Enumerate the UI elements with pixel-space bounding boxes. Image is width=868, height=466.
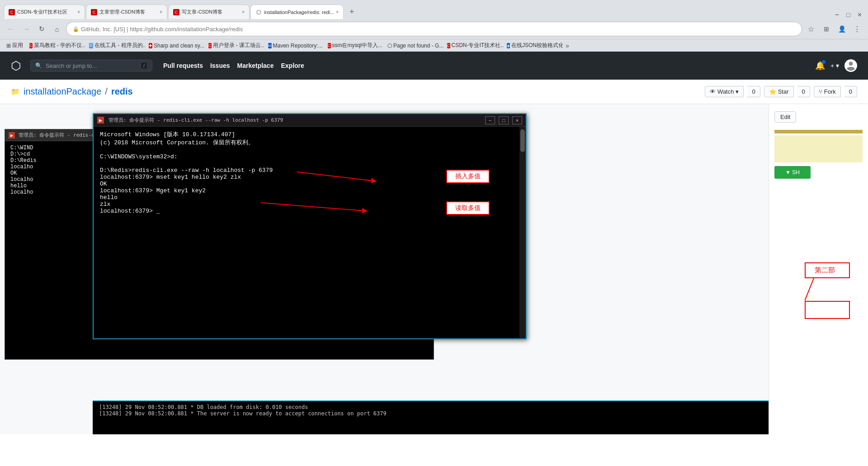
terminal-front-content: Microsoft Windows [版本 10.0.17134.407] (c… <box>94 127 526 338</box>
tab4-favicon: ⬡ <box>255 9 262 15</box>
bookmark-2[interactable]: 在在线工具 - 程序员的... <box>86 41 145 50</box>
tab2-favicon: C <box>91 9 97 15</box>
fork-label: Fork <box>824 88 836 95</box>
second-part-arrow <box>805 278 832 301</box>
fork-count: 0 <box>844 86 857 97</box>
bookmark-4[interactable]: C用户登录 - 课工场云... <box>206 41 264 50</box>
bookmark-star-button[interactable]: ☆ <box>805 23 817 35</box>
second-part-box-bottom <box>805 301 850 319</box>
terminal-front-title: 管理员: 命令提示符 - redis-cli.exe --raw -h loca… <box>108 117 482 124</box>
terminal-back-icon: ▶ <box>9 132 15 138</box>
nav-issues[interactable]: Issues <box>210 62 230 69</box>
search-placeholder: Search or jump to... <box>46 62 137 69</box>
tab4-close[interactable]: × <box>336 10 339 14</box>
terminal-scrollbar-thumb[interactable] <box>520 129 525 152</box>
term-line-2: (c) 2018 Microsoft Corporation. 保留所有权利。 <box>100 138 519 147</box>
nav-pull-requests[interactable]: Pull requests <box>163 62 203 69</box>
forward-button[interactable]: → <box>20 23 33 35</box>
watch-label: Watch <box>717 88 734 95</box>
tab-csdn2[interactable]: C 文章管理-CSDN博客 × <box>86 5 167 19</box>
bookmarks-overflow[interactable]: » <box>564 42 571 49</box>
right-panel: Edit ▼ SH 第二部 <box>769 104 868 434</box>
tab-csdn3[interactable]: C 写文章-CSDN博客 × <box>168 5 250 19</box>
profile-button[interactable]: 👤 <box>835 23 848 35</box>
term-line-3 <box>100 147 519 153</box>
url-input[interactable]: 🔒 GitHub, Inc. [US] | https://github.com… <box>66 22 802 36</box>
window-minimize[interactable]: − <box>832 11 842 19</box>
menu-button[interactable]: ⋮ <box>851 23 863 35</box>
gh-notifications[interactable]: 🔔 <box>815 61 825 71</box>
chevron-down-icon: ▾ <box>736 88 739 95</box>
edit-button[interactable]: Edit <box>774 111 796 123</box>
bookmark-8[interactable]: CCSDN-专业IT技术社... <box>444 41 503 50</box>
gh-user-avatar[interactable] <box>844 59 857 72</box>
term-line-10: hello <box>100 194 519 201</box>
home-button[interactable]: ⌂ <box>51 23 63 35</box>
star-icon: ⭐ <box>769 88 776 95</box>
github-logo[interactable]: ⬡ <box>11 59 21 73</box>
new-tab-button[interactable]: + <box>344 5 359 19</box>
address-bar: ← → ↻ ⌂ 🔒 GitHub, Inc. [US] | https://gi… <box>0 19 868 39</box>
browser-chrome: C CSDN-专业IT技术社区 × C 文章管理-CSDN博客 × C 写文章-… <box>0 0 868 52</box>
window-controls: − □ × <box>832 11 868 19</box>
tab-github[interactable]: ⬡ installationPackage/redis: redi... × <box>250 5 344 19</box>
translate-button[interactable]: ⊞ <box>820 23 833 35</box>
tab-csdn1[interactable]: C CSDN-专业IT技术社区 × <box>4 5 85 19</box>
watch-button[interactable]: 👁 Watch ▾ <box>705 86 744 97</box>
watch-count: 0 <box>747 86 760 97</box>
bookmark-3[interactable]: ✚Sharp and clean sy... <box>146 42 205 50</box>
apps-bookmark[interactable]: ⊞ 应用 <box>4 41 26 50</box>
lock-icon: 🔒 <box>73 26 79 32</box>
terminal-bottom-line-2: [13248] 29 Nov 08:52:00.881 * The server… <box>99 410 762 417</box>
term-line-1: Microsoft Windows [版本 10.0.17134.407] <box>100 130 519 138</box>
terminal-scrollbar[interactable] <box>519 127 526 338</box>
terminal-close-btn[interactable]: × <box>512 116 522 124</box>
fork-button[interactable]: ⑂ Fork <box>814 86 841 97</box>
repo-owner-link[interactable]: installationPackage <box>24 86 101 97</box>
repo-actions: 👁 Watch ▾ 0 ⭐ Star 0 ⑂ Fork 0 <box>705 86 857 97</box>
repo-name-link[interactable]: redis <box>111 86 133 97</box>
bookmark-7[interactable]: ⬡Page not found - G... <box>385 42 443 50</box>
bookmark-1[interactable]: C菜鸟教程 - 学的不仅... <box>27 41 85 50</box>
window-close[interactable]: × <box>855 11 864 19</box>
window-maximize[interactable]: □ <box>844 11 853 19</box>
eye-icon: 👁 <box>710 88 716 95</box>
fork-icon: ⑂ <box>819 88 822 95</box>
repo-header: 📁 installationPackage / redis 👁 Watch ▾ … <box>0 80 868 104</box>
back-button[interactable]: ← <box>5 23 17 35</box>
second-part-label: 第二部 <box>805 262 850 278</box>
tab2-label: 文章管理-CSDN博客 <box>99 9 158 15</box>
bookmarks-bar: ⊞ 应用 C菜鸟教程 - 学的不仅... 在在线工具 - 程序员的... ✚Sh… <box>0 39 868 52</box>
tab1-close[interactable]: × <box>77 10 80 14</box>
bookmark-9[interactable]: ◈在线JSON校验格式化... <box>504 41 563 50</box>
sidebar-color-bar <box>774 130 863 133</box>
repo-icon: 📁 <box>11 87 20 96</box>
gh-header-actions: 🔔 + ▾ <box>815 59 857 72</box>
github-search[interactable]: 🔍 Search or jump to... / <box>30 60 152 71</box>
tab4-label: installationPackage/redis: redi... <box>264 10 334 15</box>
svg-text:▶: ▶ <box>10 133 14 138</box>
tab2-close[interactable]: × <box>160 10 162 14</box>
terminal-max-btn[interactable]: □ <box>499 116 509 124</box>
terminal-bottom-bar: [13248] 29 Nov 08:52:00.881 * DB loaded … <box>93 400 769 434</box>
svg-line-0 <box>805 278 814 301</box>
nav-explore[interactable]: Explore <box>281 62 304 69</box>
bookmark-6[interactable]: Cssm在mysql中导入... <box>325 41 384 50</box>
tab3-favicon: C <box>173 9 179 15</box>
terminal-min-btn[interactable]: − <box>485 116 495 124</box>
term-line-9: localhost:6379> Mget key1 key2 <box>100 187 519 194</box>
notification-dot <box>822 60 826 64</box>
nav-marketplace[interactable]: Marketplace <box>237 62 274 69</box>
github-header: ⬡ 🔍 Search or jump to... / Pull requests… <box>0 52 868 80</box>
sidebar-green-btn[interactable]: ▼ SH <box>774 166 811 179</box>
bookmark-5[interactable]: MMaven Repository:... <box>265 42 324 50</box>
search-icon: 🔍 <box>35 62 42 69</box>
tab-bar: C CSDN-专业IT技术社区 × C 文章管理-CSDN博客 × C 写文章-… <box>0 0 868 19</box>
insert-multi-annotation: 插入多值 <box>446 170 490 183</box>
star-count: 0 <box>797 86 810 97</box>
reload-button[interactable]: ↻ <box>35 23 48 35</box>
gh-plus-button[interactable]: + ▾ <box>830 62 839 69</box>
star-button[interactable]: ⭐ Star <box>764 86 794 97</box>
tab3-close[interactable]: × <box>242 10 245 14</box>
repo-breadcrumb: 📁 installationPackage / redis <box>11 86 133 97</box>
